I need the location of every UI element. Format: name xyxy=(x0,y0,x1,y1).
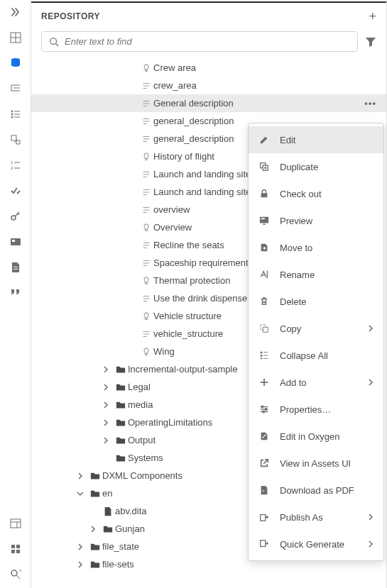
bulb-icon xyxy=(139,152,153,162)
tree-item[interactable]: crew_area xyxy=(31,77,386,94)
chevron-right-icon xyxy=(368,540,374,548)
properties-icon xyxy=(258,404,270,414)
chevron-icon[interactable] xyxy=(77,543,88,550)
menu-item-delete[interactable]: Delete xyxy=(249,288,383,315)
svg-point-96 xyxy=(265,409,267,411)
more-button[interactable]: ••• xyxy=(364,98,379,109)
menu-item-label: Publish As xyxy=(280,512,358,523)
menu-item-download-as-pdf[interactable]: PDownload as PDF xyxy=(249,477,383,504)
topic-icon xyxy=(139,205,153,215)
svg-point-97 xyxy=(263,411,265,413)
chevron-icon[interactable] xyxy=(89,526,101,533)
menu-item-properties-[interactable]: Properties… xyxy=(249,396,383,423)
folder-icon xyxy=(88,489,102,499)
pdf-icon: P xyxy=(258,485,270,495)
folder-icon xyxy=(114,418,128,428)
duplicate-icon xyxy=(258,162,270,172)
bulb-icon xyxy=(139,311,153,321)
menu-item-publish-as[interactable]: Publish As xyxy=(249,504,383,531)
menu-item-quick-generate[interactable]: Quick Generate xyxy=(249,531,383,558)
folder-icon xyxy=(114,365,128,375)
svg-text:P: P xyxy=(262,489,264,493)
menu-item-edit[interactable]: Edit xyxy=(249,126,383,153)
layout-icon[interactable] xyxy=(9,517,22,530)
panel-title: REPOSITORY xyxy=(41,11,100,21)
folder-icon xyxy=(114,400,128,410)
svg-rect-22 xyxy=(12,240,15,242)
numbered-list-icon[interactable]: 12 xyxy=(9,159,22,172)
svg-rect-29 xyxy=(16,545,20,548)
menu-item-label: Check out xyxy=(280,189,374,199)
bulb-icon xyxy=(139,223,153,233)
folder-icon xyxy=(88,542,102,552)
menu-item-label: Download as PDF xyxy=(280,485,374,496)
search-replace-icon[interactable] xyxy=(9,568,22,581)
svg-rect-100 xyxy=(261,540,266,547)
publish-icon xyxy=(258,512,270,522)
menu-item-copy[interactable]: Copy xyxy=(249,315,383,342)
menu-item-label: Edit in Oxygen xyxy=(280,431,374,442)
key-icon[interactable] xyxy=(9,210,22,223)
svg-text:2: 2 xyxy=(11,166,13,170)
chevron-icon[interactable] xyxy=(77,561,88,568)
menu-item-move-to[interactable]: Move to xyxy=(249,234,383,261)
menu-item-label: Collapse All xyxy=(280,350,374,361)
svg-rect-78 xyxy=(261,193,268,197)
chevron-icon[interactable] xyxy=(102,366,114,373)
chevron-icon[interactable] xyxy=(102,437,114,444)
grid-icon[interactable] xyxy=(9,31,22,44)
quote-icon[interactable] xyxy=(9,287,22,299)
expand-rail-icon[interactable] xyxy=(9,6,22,18)
topic-icon xyxy=(139,294,153,304)
svg-rect-83 xyxy=(263,327,268,332)
add-button[interactable]: + xyxy=(369,10,376,23)
list-icon[interactable] xyxy=(9,108,22,121)
menu-item-duplicate[interactable]: Duplicate xyxy=(249,153,383,180)
menu-item-label: Add to xyxy=(280,377,358,388)
menu-item-collapse-all[interactable]: Collapse All xyxy=(249,342,383,369)
tree-item[interactable]: General description••• xyxy=(31,94,386,112)
menu-item-preview[interactable]: Preview xyxy=(249,207,383,234)
topic-icon xyxy=(139,116,153,126)
svg-rect-30 xyxy=(11,550,15,553)
copy-icon xyxy=(258,323,270,333)
chevron-icon[interactable] xyxy=(77,472,88,479)
search-input[interactable] xyxy=(65,36,350,47)
apps-icon[interactable] xyxy=(9,543,22,555)
search-icon xyxy=(49,37,59,47)
svg-rect-79 xyxy=(260,217,268,223)
tree-item[interactable]: Crew area xyxy=(31,59,386,77)
chevron-icon[interactable] xyxy=(102,401,114,409)
tree-item-label: Crew area xyxy=(153,62,379,73)
outline-icon[interactable] xyxy=(9,82,22,95)
validate-icon[interactable] xyxy=(9,184,22,197)
external-icon xyxy=(258,458,270,468)
menu-item-check-out[interactable]: Check out xyxy=(249,180,383,207)
bulb-icon xyxy=(139,63,153,73)
repository-icon[interactable] xyxy=(9,57,22,70)
menu-item-label: Preview xyxy=(280,216,374,226)
menu-item-rename[interactable]: Rename xyxy=(249,261,383,288)
menu-item-view-in-assets-ui[interactable]: View in Assets UI xyxy=(249,450,383,477)
menu-item-edit-in-oxygen[interactable]: Edit in Oxygen xyxy=(249,423,383,450)
filter-button[interactable] xyxy=(365,36,376,48)
tree-item-label: General description xyxy=(153,98,364,109)
context-menu: EditDuplicateCheck outPreviewMove toRena… xyxy=(248,123,384,561)
menu-item-add-to[interactable]: Add to xyxy=(249,369,383,396)
search-box[interactable] xyxy=(41,31,358,52)
folder-icon xyxy=(101,524,115,534)
menu-item-label: Duplicate xyxy=(280,162,374,172)
folder-icon xyxy=(88,471,102,481)
topic-icon xyxy=(139,99,153,109)
menu-item-label: View in Assets UI xyxy=(280,458,374,469)
chevron-icon[interactable] xyxy=(102,419,114,426)
bulb-icon xyxy=(139,276,153,286)
document-icon[interactable] xyxy=(9,261,22,274)
card-icon[interactable] xyxy=(9,235,22,248)
topic-icon xyxy=(139,134,153,144)
chevron-icon[interactable] xyxy=(102,384,114,391)
reuse-icon[interactable] xyxy=(9,133,22,146)
svg-rect-86 xyxy=(261,358,263,360)
chevron-icon[interactable] xyxy=(77,490,88,497)
menu-item-label: Edit xyxy=(280,135,374,145)
